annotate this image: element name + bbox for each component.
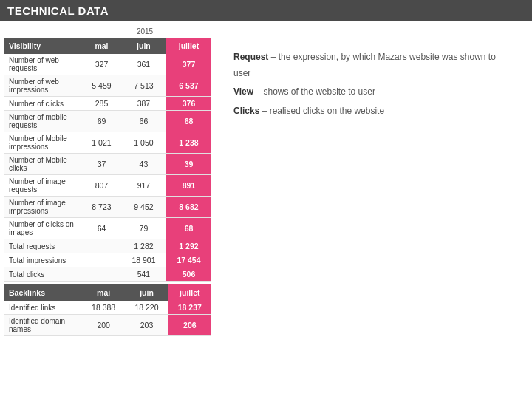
- row-label: Number of web impressions: [4, 75, 82, 97]
- cell-juin: 917: [121, 175, 166, 197]
- row-label: Number of Mobile clicks: [4, 154, 82, 175]
- cell-mai: 1 021: [82, 132, 121, 154]
- row-label: Number of mobile requests: [4, 111, 82, 132]
- col-backlinks: Backlinks: [4, 284, 82, 301]
- legend-view-text: – shows of the website to user: [253, 86, 375, 97]
- col-mai-bl: mai: [82, 284, 125, 301]
- cell-mai: [82, 267, 121, 282]
- backlinks-header-row: Backlinks mai juin juillet: [4, 284, 211, 301]
- table-row: Number of web requests 327 361 377: [4, 54, 211, 75]
- cell-juin: 361: [121, 54, 166, 75]
- cell-mai: 200: [82, 315, 125, 336]
- cell-mai: 5 459: [82, 75, 121, 97]
- table-row: Number of clicks on images 64 79 68: [4, 218, 211, 239]
- cell-juin: 79: [121, 218, 166, 239]
- table-row: Total clicks 541 506: [4, 267, 211, 282]
- cell-juillet: 891: [166, 175, 211, 197]
- row-label: Number of image requests: [4, 175, 82, 197]
- col-juillet-bl: juillet: [168, 284, 211, 301]
- table-row: Identified domain names 200 203 206: [4, 315, 211, 336]
- cell-juillet: 206: [168, 315, 211, 336]
- table-row: Number of web impressions 5 459 7 513 6 …: [4, 75, 211, 97]
- col-juillet: juillet: [166, 38, 211, 54]
- legend-clicks-label: Clicks: [233, 106, 259, 116]
- cell-juin: 387: [121, 97, 166, 111]
- cell-juillet: 506: [166, 267, 211, 282]
- cell-mai: 37: [82, 154, 121, 175]
- legend-clicks-text: – realised clicks on the website: [259, 106, 384, 116]
- col-mai: mai: [82, 38, 121, 54]
- main-content: 2015 Visibility mai juin juillet Number …: [0, 21, 532, 342]
- visibility-header-row: Visibility mai juin juillet: [4, 38, 211, 54]
- legend-view-label: View: [233, 86, 253, 97]
- legend-clicks: Clicks – realised clicks on the website: [233, 103, 513, 120]
- cell-juillet: 1 238: [166, 132, 211, 154]
- cell-mai: 807: [82, 175, 121, 197]
- cell-juin: 66: [121, 111, 166, 132]
- cell-juillet: 68: [166, 111, 211, 132]
- cell-mai: 285: [82, 97, 121, 111]
- col-juin: juin: [121, 38, 166, 54]
- cell-juillet: 376: [166, 97, 211, 111]
- row-label: Total clicks: [4, 267, 82, 282]
- table-row: Number of image requests 807 917 891: [4, 175, 211, 197]
- legend-request-text: – the expression, by which Mazars websit…: [233, 52, 496, 78]
- cell-mai: [82, 239, 121, 253]
- cell-juillet: 377: [166, 54, 211, 75]
- row-label: Identified links: [4, 301, 82, 315]
- cell-mai: [82, 253, 121, 267]
- cell-juillet: 18 237: [168, 301, 211, 315]
- table-section: 2015 Visibility mai juin juillet Number …: [4, 27, 211, 336]
- cell-mai: 64: [82, 218, 121, 239]
- col-juin-bl: juin: [125, 284, 168, 301]
- col-visibility: Visibility: [4, 38, 82, 54]
- cell-mai: 69: [82, 111, 121, 132]
- cell-juillet: 6 537: [166, 75, 211, 97]
- cell-juin: 18 220: [125, 301, 168, 315]
- table-row: Total requests 1 282 1 292: [4, 239, 211, 253]
- row-label: Identified domain names: [4, 315, 82, 336]
- cell-juin: 43: [121, 154, 166, 175]
- table-row: Number of Mobile clicks 37 43 39: [4, 154, 211, 175]
- cell-juin: 1 282: [121, 239, 166, 253]
- row-label: Number of web requests: [4, 54, 82, 75]
- cell-juin: 7 513: [121, 75, 166, 97]
- legend-view: View – shows of the website to user: [233, 84, 513, 100]
- year-label: 2015: [4, 27, 211, 35]
- row-label: Number of clicks on images: [4, 218, 82, 239]
- row-label: Total requests: [4, 239, 82, 253]
- table-row: Total impressions 18 901 17 454: [4, 253, 211, 267]
- row-label: Total impressions: [4, 253, 82, 267]
- page-header: TECHNICAL DATA: [0, 0, 532, 21]
- cell-juin: 9 452: [121, 197, 166, 218]
- cell-mai: 18 388: [82, 301, 125, 315]
- visibility-table: Visibility mai juin juillet Number of we…: [4, 38, 211, 282]
- table-row: Number of clicks 285 387 376: [4, 97, 211, 111]
- row-label: Number of image impressions: [4, 197, 82, 218]
- row-label: Number of Mobile impressions: [4, 132, 82, 154]
- cell-juillet: 68: [166, 218, 211, 239]
- backlinks-table: Backlinks mai juin juillet Identified li…: [4, 284, 211, 336]
- table-row: Number of image impressions 8 723 9 452 …: [4, 197, 211, 218]
- table-row: Identified links 18 388 18 220 18 237: [4, 301, 211, 315]
- cell-juin: 541: [121, 267, 166, 282]
- cell-juillet: 1 292: [166, 239, 211, 253]
- legend-section: Request – the expression, by which Mazar…: [211, 27, 528, 336]
- table-row: Number of mobile requests 69 66 68: [4, 111, 211, 132]
- cell-mai: 327: [82, 54, 121, 75]
- row-label: Number of clicks: [4, 97, 82, 111]
- cell-juin: 18 901: [121, 253, 166, 267]
- cell-juillet: 8 682: [166, 197, 211, 218]
- cell-mai: 8 723: [82, 197, 121, 218]
- table-row: Number of Mobile impressions 1 021 1 050…: [4, 132, 211, 154]
- cell-juillet: 39: [166, 154, 211, 175]
- legend-request: Request – the expression, by which Mazar…: [233, 50, 513, 81]
- cell-juillet: 17 454: [166, 253, 211, 267]
- cell-juin: 203: [125, 315, 168, 336]
- page-title: TECHNICAL DATA: [7, 4, 109, 17]
- cell-juin: 1 050: [121, 132, 166, 154]
- legend-request-label: Request: [233, 52, 268, 62]
